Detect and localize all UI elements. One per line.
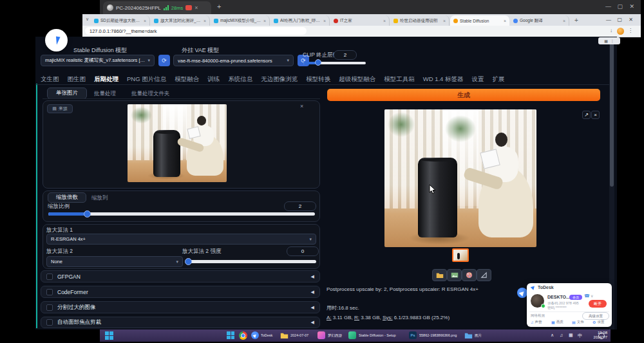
tab-system-info[interactable]: 系统信息 — [228, 75, 252, 84]
phone-icon[interactable]: ☎ — [584, 293, 590, 299]
tab-scroll-icon[interactable]: ∨ — [86, 17, 89, 22]
close-tab-icon[interactable]: × — [204, 19, 206, 23]
subtab-batch-folder[interactable]: 批量处理文件夹 — [131, 90, 170, 98]
browser-menu-icon[interactable]: ⋮ — [628, 28, 633, 33]
browser-minimize-icon[interactable]: — — [606, 17, 611, 23]
taskbar-folder-label[interactable]: 2024-07-07 — [290, 333, 315, 337]
taskbar-app-icon[interactable] — [317, 331, 325, 339]
browser-tab[interactable]: AI绘画入门教程_哔哩哔哩_bilibili × — [270, 15, 330, 26]
result-image[interactable] — [384, 109, 536, 247]
profile-avatar[interactable] — [617, 28, 624, 35]
close-tab-icon[interactable]: × — [383, 19, 386, 23]
todesk-collapsed-toolbar[interactable]: ▦ ⋮ — [598, 37, 620, 44]
url-field[interactable]: 127.0.0.1:7860/?__theme=dark — [85, 27, 307, 35]
close-tab-icon[interactable]: × — [263, 19, 266, 23]
tab-super-merger[interactable]: 超级模型融合 — [339, 75, 375, 84]
close-tab-icon[interactable]: × — [144, 19, 146, 23]
maximize-icon[interactable]: ▢ — [617, 3, 623, 10]
auto-focal-crop-checkbox[interactable] — [46, 319, 53, 326]
clear-source-image-icon[interactable]: × — [300, 103, 303, 109]
notification-icon[interactable] — [598, 333, 605, 339]
todesk-float-ball[interactable] — [517, 288, 527, 298]
taskbar-app-label[interactable]: 梦幻西游 — [328, 333, 345, 338]
close-window-icon[interactable]: ✕ — [629, 3, 634, 10]
taskbar-ps-label[interactable]: 55862-1983866366.png — [419, 333, 460, 337]
taskbar-chrome-icon[interactable] — [239, 331, 247, 340]
codeformer-checkbox[interactable] — [46, 289, 53, 295]
tray-expand-icon[interactable]: ∧ — [551, 333, 554, 338]
close-tab-icon[interactable]: × — [323, 19, 326, 23]
accordion-gfpgan[interactable]: GFPGAN ◀ — [41, 270, 320, 283]
clip-skip-slider-handle[interactable] — [315, 59, 321, 66]
chevron-icon[interactable]: ∨ — [591, 293, 593, 298]
start-button[interactable] — [105, 331, 113, 340]
tab-checkpoint-merger[interactable]: 模型融合 — [175, 75, 199, 84]
clip-skip-value[interactable]: 2 — [334, 50, 357, 60]
tab-train[interactable]: 训练 — [207, 75, 220, 84]
tab-img2img[interactable]: 图生图 — [68, 75, 86, 84]
download-icon[interactable]: ↓ — [610, 28, 612, 33]
network-check-label[interactable]: 网络检测 — [531, 313, 545, 318]
split-oversized-checkbox[interactable] — [46, 304, 53, 311]
tab-image-browser[interactable]: 无边图像浏览 — [261, 75, 298, 84]
tab-settings[interactable]: 设置 — [472, 75, 484, 84]
close-tab-icon[interactable]: × — [504, 19, 506, 23]
refresh-sd-model-button[interactable]: ⟳ — [158, 55, 170, 66]
scale-to-tab[interactable]: 缩放到 — [91, 194, 108, 202]
browser-tab-active[interactable]: Stable Diffusion × — [450, 15, 509, 26]
open-folder-button[interactable] — [432, 269, 447, 281]
browser-tab[interactable]: 绘世启动器使用说明 × — [390, 15, 450, 26]
close-tab-icon[interactable]: × — [443, 19, 446, 23]
new-tab-button[interactable]: + — [574, 17, 578, 24]
send-to-img2img-button[interactable] — [462, 269, 477, 281]
tray-sound-icon[interactable]: ♫ — [560, 333, 563, 337]
upscaler2-strength-slider-handle[interactable] — [185, 258, 192, 265]
accordion-split-oversized[interactable]: 分割过大的图像 ◀ — [41, 301, 320, 313]
taskbar-sd-icon[interactable] — [348, 331, 356, 339]
scale-by-tab-active[interactable]: 缩放倍数 — [48, 192, 86, 203]
scale-ratio-slider-handle[interactable] — [84, 210, 91, 218]
result-thumbnail[interactable] — [452, 248, 469, 262]
generate-button[interactable]: 生成 — [327, 89, 600, 101]
tray-network-icon[interactable]: ▦ — [569, 333, 573, 338]
new-session-button[interactable]: + — [217, 3, 221, 10]
send-to-extras-button[interactable] — [477, 269, 491, 281]
tab-model-toolkit[interactable]: 模型工具箱 — [384, 75, 415, 84]
disconnect-button[interactable]: 断开 — [589, 300, 607, 308]
todesk-action-file[interactable]: ▤文件 — [572, 320, 584, 324]
close-session-icon[interactable]: × — [194, 5, 198, 11]
accordion-auto-focal-crop[interactable]: 自动面部焦点剪裁 ◀ — [41, 317, 320, 328]
taskbar-todesk-icon[interactable] — [251, 331, 259, 339]
record-icon[interactable] — [185, 5, 192, 10]
tab-wd-tagger[interactable]: WD 1.4 标签器 — [423, 75, 464, 84]
expand-result-icon[interactable]: ↗ — [582, 111, 591, 119]
tab-extensions[interactable]: 扩展 — [493, 75, 505, 84]
todesk-action-display[interactable]: ▦画质 — [551, 320, 564, 324]
source-chip[interactable]: ▤ 来源 — [47, 104, 73, 113]
taskbar-photoshop-icon[interactable]: Ps — [409, 331, 417, 339]
browser-tab[interactable]: majicMIX模型介绍_哔哩哔哩_bilibili × — [211, 15, 270, 26]
taskbar-pictures-icon[interactable] — [464, 332, 473, 338]
upscaler1-dropdown[interactable]: R-ESRGAN 4x+ ▾ — [46, 234, 316, 245]
upscaler2-strength-value[interactable]: 0 — [287, 246, 319, 256]
gfpgan-checkbox[interactable] — [46, 273, 53, 280]
browser-tab[interactable]: SD后期处理放大教程_哔哩哔哩_bilibili × — [91, 15, 150, 26]
taskbar-windows-icon[interactable] — [227, 331, 234, 339]
vae-dropdown[interactable]: vae-ft-mse-840000-ema-pruned.safetensors… — [173, 55, 294, 66]
taskbar-pictures-label[interactable]: 图片 — [475, 333, 485, 338]
browser-tab[interactable]: IT之家 × — [330, 15, 390, 26]
tab-model-converter[interactable]: 模型转换 — [306, 75, 330, 84]
taskbar-todesk-label[interactable]: ToDesk — [261, 333, 278, 337]
todesk-action-sound[interactable]: ♫声音 — [531, 320, 542, 324]
minimize-icon[interactable]: — — [605, 3, 611, 10]
browser-close-icon[interactable]: ✕ — [629, 17, 633, 23]
taskbar-sd-label[interactable]: Stable Diffusion - Setup — [359, 333, 405, 337]
subtab-batch-process[interactable]: 批量处理 — [94, 90, 116, 98]
advanced-settings-button[interactable]: 高级设置 — [582, 312, 609, 320]
scale-ratio-value[interactable]: 2 — [284, 201, 316, 211]
subtab-single-image-active[interactable]: 单张图片 — [47, 88, 87, 99]
accordion-codeformer[interactable]: CodeFormer ◀ — [41, 286, 320, 298]
close-tab-icon[interactable]: × — [563, 19, 565, 23]
browser-tab[interactable]: Google 翻译 × — [510, 15, 569, 26]
upscaler2-strength-slider[interactable] — [187, 260, 316, 263]
